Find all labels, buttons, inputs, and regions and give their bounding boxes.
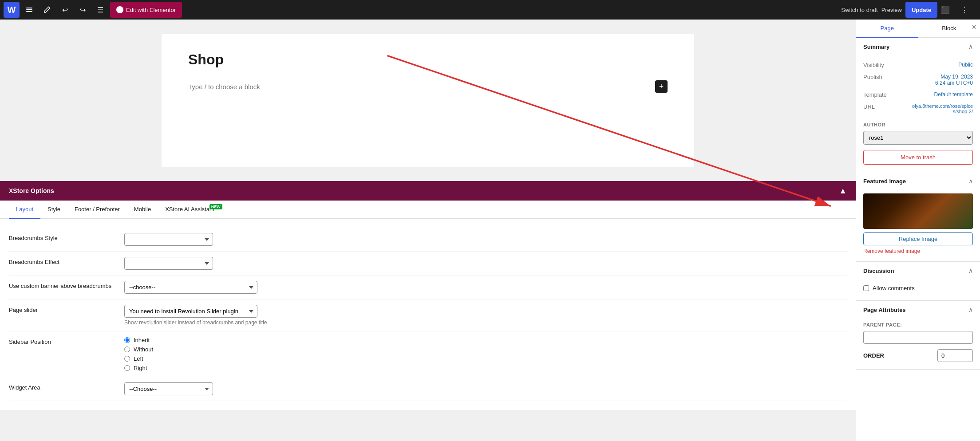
redo-icon: ↪ — [80, 6, 86, 14]
xstore-tab-style[interactable]: Style — [40, 201, 67, 219]
parent-page-input[interactable] — [863, 331, 973, 344]
page-slider-label: Page slider — [9, 305, 115, 313]
panel-tabs: Page Block × — [856, 20, 980, 38]
preview-button[interactable]: Preview — [881, 7, 902, 13]
more-options-button[interactable]: ⋮ — [960, 2, 976, 18]
xstore-tab-ai[interactable]: XStore AI Assistant NEW — [158, 201, 221, 219]
sidebar-position-row: Sidebar Position Inherit Without Left Ri… — [9, 331, 847, 377]
xstore-tabs: Layout Style Footer / Prefooter Mobile X… — [0, 201, 856, 219]
sidebar-right-radio[interactable] — [124, 365, 130, 371]
visibility-value[interactable]: Public — [958, 62, 973, 68]
elementor-logo-icon — [116, 6, 123, 13]
xstore-options-content: Breadcrumbs Style Style 1Style 2 Breadcr… — [0, 219, 856, 410]
allow-comments-checkbox[interactable] — [863, 285, 869, 291]
url-label: URL — [863, 103, 875, 110]
sidebar-left-option[interactable]: Left — [124, 355, 847, 362]
sidebar-without-option[interactable]: Without — [124, 346, 847, 353]
page-slider-row: Page slider You need to install Revoluti… — [9, 299, 847, 331]
replace-image-button[interactable]: Replace Image — [863, 232, 973, 245]
wp-logo[interactable]: W — [4, 2, 20, 18]
widget-area-select[interactable]: --Choose-- — [124, 382, 213, 395]
page-slider-select[interactable]: You need to install Revolution Slider pl… — [124, 305, 257, 318]
custom-banner-select[interactable]: --choose-- — [124, 281, 257, 294]
widget-area-row: Widget Area --Choose-- — [9, 377, 847, 401]
xstore-tab-mobile[interactable]: Mobile — [127, 201, 158, 219]
page-title[interactable]: Shop — [188, 51, 668, 68]
document-overview-button[interactable]: ☰ — [92, 2, 108, 18]
order-label: ORDER — [863, 352, 884, 359]
add-block-button[interactable]: + — [655, 80, 668, 93]
switch-to-draft-button[interactable]: Switch to draft — [841, 7, 877, 13]
order-row: ORDER — [863, 349, 973, 362]
featured-image-actions: Replace Image Remove featured image — [863, 232, 973, 254]
update-button[interactable]: Update — [905, 2, 937, 18]
featured-image-title: Featured image — [863, 178, 906, 185]
page-attributes-header[interactable]: Page Attributes ∧ — [856, 301, 980, 319]
custom-banner-control: --choose-- — [124, 281, 847, 294]
page-slider-hint: Show revolution slider instead of breadc… — [124, 319, 847, 326]
discussion-header[interactable]: Discussion ∧ — [856, 262, 980, 280]
edit-mode-button[interactable] — [39, 2, 55, 18]
redo-button[interactable]: ↪ — [75, 2, 91, 18]
sidebar-without-radio[interactable] — [124, 346, 130, 352]
sidebar-inherit-radio[interactable] — [124, 337, 130, 343]
summary-section-header[interactable]: Summary ∧ — [856, 38, 980, 55]
view-toggle-button[interactable]: ⬛ — [941, 2, 957, 18]
breadcrumbs-effect-select[interactable]: FadeSlide — [124, 257, 213, 270]
xstore-options-bar[interactable]: XStore Options ▲ — [0, 181, 856, 201]
toggle-sidebar-button[interactable] — [21, 2, 37, 18]
template-row: Template Default template — [863, 89, 973, 101]
list-icon: ☰ — [97, 6, 103, 14]
featured-image-header[interactable]: Featured image ∧ — [856, 172, 980, 190]
editor-area: Shop Type / to choose a block + XStore O… — [0, 20, 856, 441]
url-value[interactable]: olya.8theme.com/rose/spices/shop-2/ — [911, 103, 973, 114]
publish-row: Publish May 19, 2023 6:24 am UTC+0 — [863, 71, 973, 89]
panel-close-button[interactable]: × — [972, 23, 976, 31]
featured-image-thumbnail[interactable] — [863, 193, 973, 229]
order-input[interactable] — [937, 349, 973, 362]
editor-content: Shop Type / to choose a block + — [162, 34, 694, 167]
add-block-placeholder[interactable]: Type / to choose a block + — [188, 77, 668, 96]
sidebar-left-radio[interactable] — [124, 356, 130, 362]
template-label: Template — [863, 91, 887, 98]
main-layout: Shop Type / to choose a block + XStore O… — [0, 20, 980, 441]
sidebar-right-option[interactable]: Right — [124, 365, 847, 371]
xstore-bar-toggle-icon: ▲ — [839, 186, 847, 196]
remove-featured-image-button[interactable]: Remove featured image — [863, 248, 973, 254]
custom-banner-label: Use custom banner above breadcrumbs — [9, 281, 115, 289]
move-to-trash-button[interactable]: Move to trash — [863, 150, 973, 165]
discussion-toggle-icon: ∧ — [968, 267, 973, 274]
sidebar-inherit-option[interactable]: Inherit — [124, 337, 847, 343]
sidebar-position-radio-group: Inherit Without Left Right — [124, 337, 847, 371]
plus-icon: + — [659, 82, 664, 91]
undo-button[interactable]: ↩ — [57, 2, 73, 18]
sidebar-panel: Page Block × Summary ∧ Visibility Public… — [856, 20, 980, 441]
publish-time[interactable]: 6:24 am UTC+0 — [935, 80, 973, 86]
template-value[interactable]: Default template — [934, 91, 973, 98]
publish-date[interactable]: May 19, 2023 — [935, 74, 973, 80]
xstore-tab-footer[interactable]: Footer / Prefooter — [67, 201, 127, 219]
allow-comments-label[interactable]: Allow comments — [873, 285, 915, 291]
breadcrumbs-style-label: Breadcrumbs Style — [9, 233, 115, 241]
elementor-button-label: Edit with Elementor — [126, 7, 176, 13]
publish-label: Publish — [863, 74, 882, 80]
svg-rect-2 — [26, 11, 32, 12]
discussion-body: Allow comments — [856, 280, 980, 300]
allow-comments-row: Allow comments — [863, 283, 973, 293]
breadcrumbs-effect-label: Breadcrumbs Effect — [9, 257, 115, 265]
xstore-tab-layout[interactable]: Layout — [9, 201, 40, 219]
parent-page-label: PARENT PAGE: — [863, 322, 973, 327]
author-select[interactable]: rose1 — [863, 131, 973, 145]
breadcrumbs-style-control: Style 1Style 2 — [124, 233, 847, 246]
edit-with-elementor-button[interactable]: Edit with Elementor — [110, 2, 182, 18]
breadcrumbs-style-select[interactable]: Style 1Style 2 — [124, 233, 213, 246]
author-label: AUTHOR — [863, 122, 973, 127]
page-attributes-title: Page Attributes — [863, 307, 906, 313]
xstore-bar-title: XStore Options — [9, 187, 839, 194]
summary-title: Summary — [863, 43, 889, 50]
tab-page[interactable]: Page — [856, 20, 918, 38]
svg-rect-0 — [26, 8, 32, 8]
tab-block[interactable]: Block — [918, 20, 980, 38]
breadcrumbs-effect-control: FadeSlide — [124, 257, 847, 270]
widget-area-control: --Choose-- — [124, 382, 847, 395]
